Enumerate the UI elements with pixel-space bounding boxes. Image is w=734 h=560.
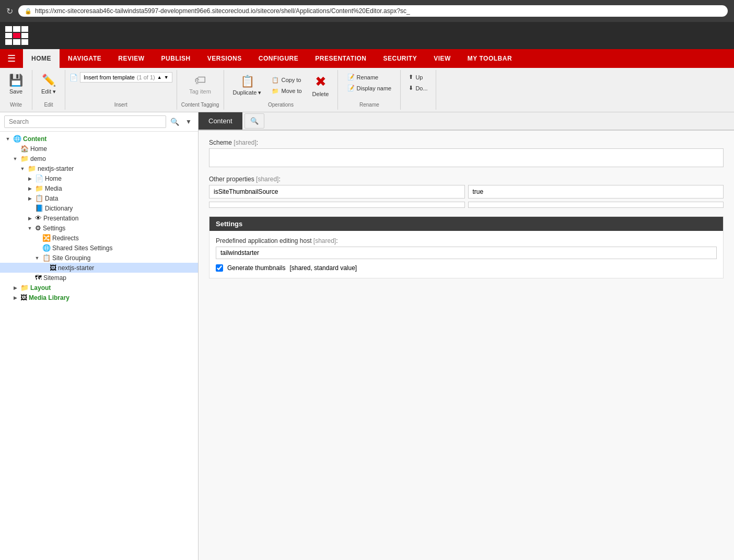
demo-icon: 📁 [20, 155, 29, 162]
sort-up-label: Up [415, 74, 423, 80]
ribbon-group-operations: 📋 Duplicate ▾ 📋 Copy to 📁 Move to ✖ Dele… [224, 70, 339, 110]
toggle-nextjs-starter[interactable]: ▼ [19, 165, 26, 172]
hamburger-menu[interactable]: ☰ [0, 49, 23, 68]
toggle-data[interactable]: ▶ [26, 195, 33, 202]
tree-item-nextjs-starter[interactable]: ▼ 📁 nextjs-starter [0, 164, 198, 173]
settings-header: Settings [209, 217, 723, 231]
prop-val-2[interactable] [468, 202, 724, 208]
copy-to-button[interactable]: 📋 Copy to [268, 75, 305, 85]
sort-down-button[interactable]: ⬇ Do... [405, 83, 431, 93]
sorting-col: ⬆ Up ⬇ Do... [405, 72, 431, 108]
insert-from-template-dropdown[interactable]: Insert from template (1 of 1) ▲ ▼ [80, 72, 172, 83]
tree-item-shared-sites-settings[interactable]: 🌐 Shared Sites Settings [0, 243, 198, 253]
content-search-button[interactable]: 🔍 [244, 113, 264, 129]
delete-icon: ✖ [315, 74, 327, 90]
logo-cell-5 [13, 33, 20, 39]
tree-item-media-library[interactable]: ▶ 🖼 Media Library [0, 293, 198, 302]
content-tab-label: Content [208, 117, 232, 125]
toggle-content[interactable]: ▼ [4, 135, 11, 143]
tab-navigate[interactable]: NAVIGATE [60, 49, 110, 68]
tag-item-button[interactable]: 🏷 Tag item [184, 72, 216, 96]
insert-arrow-up: ▲ [157, 75, 162, 80]
tree-item-redirects[interactable]: 🔀 Redirects [0, 233, 198, 243]
prop-key-2[interactable] [209, 202, 465, 208]
tab-home[interactable]: HOME [23, 49, 60, 68]
tab-review[interactable]: REVIEW [110, 49, 153, 68]
tree-item-home[interactable]: ▶ 📄 Home [0, 173, 198, 183]
tree-item-data[interactable]: ▶ 📋 Data [0, 193, 198, 203]
logo-cell-7 [5, 39, 12, 45]
toggle-media-library[interactable]: ▶ [11, 294, 19, 301]
other-properties-shared: [shared] [256, 176, 278, 183]
toggle-home[interactable]: ▶ [26, 175, 33, 182]
tree-item-presentation[interactable]: ▶ 👁 Presentation [0, 213, 198, 223]
toggle-demo[interactable]: ▼ [11, 155, 19, 162]
tree-item-media[interactable]: ▶ 📁 Media [0, 183, 198, 193]
save-label: Save [9, 88, 22, 95]
toggle-site-grouping[interactable]: ▼ [33, 254, 41, 262]
delete-button[interactable]: ✖ Delete [308, 72, 334, 99]
predefined-host-input[interactable] [216, 247, 717, 259]
ribbon-group-insert: 📄 Insert from template (1 of 1) ▲ ▼ Inse… [65, 70, 177, 110]
insert-count: (1 of 1) [137, 74, 155, 80]
app-header [0, 22, 734, 49]
toggle-media[interactable]: ▶ [26, 185, 33, 192]
settings-section: Settings Predefined application editing … [209, 216, 724, 278]
tree-item-settings[interactable]: ▼ ⚙ Settings [0, 223, 198, 233]
toggle-settings[interactable]: ▼ [26, 225, 33, 232]
generate-thumbnails-suffix: [shared, standard value] [289, 264, 357, 272]
demo-label: demo [30, 155, 46, 162]
copy-to-icon: 📋 [272, 77, 279, 84]
prop-key-1: isSiteThumbnailSource [209, 185, 465, 199]
search-input[interactable] [4, 115, 166, 128]
tab-view[interactable]: VIEW [425, 49, 459, 68]
predefined-host-shared: [shared] [313, 237, 336, 244]
scheme-section: Scheme [shared]: [209, 139, 724, 167]
tab-configure[interactable]: CONFIGURE [250, 49, 307, 68]
sort-up-button[interactable]: ⬆ Up [405, 72, 431, 82]
sidebar: 🔍 ▼ ▼ 🌐 Content 🏠 Home ▼ 📁 demo [0, 112, 199, 560]
tree-item-nextjs-starter-leaf[interactable]: 🖼 nextjs-starter [0, 263, 198, 273]
generate-thumbnails-checkbox[interactable] [216, 264, 223, 272]
sitemap-label: Sitemap [43, 274, 66, 282]
shared-sites-label: Shared Sites Settings [52, 244, 112, 252]
display-name-button[interactable]: 📝 Display name [344, 83, 395, 93]
search-dropdown-button[interactable]: ▼ [183, 117, 194, 126]
scheme-field[interactable] [209, 148, 724, 167]
tree-item-demo[interactable]: ▼ 📁 demo [0, 154, 198, 164]
edit-button[interactable]: ✏️ Edit ▾ [37, 72, 61, 97]
url-text: https://xmc-sitecoresaab46c-tailwindsta5… [35, 7, 410, 15]
edit-label: Edit ▾ [41, 88, 56, 95]
save-icon: 💾 [9, 74, 23, 87]
tree-item-content[interactable]: ▼ 🌐 Content [0, 134, 198, 144]
tree-item-dictionary[interactable]: 📘 Dictionary [0, 203, 198, 213]
tab-presentation[interactable]: PRESENTATION [307, 49, 375, 68]
move-to-button[interactable]: 📁 Move to [268, 86, 305, 96]
move-to-label: Move to [281, 88, 301, 94]
sitecore-logo [5, 26, 28, 45]
duplicate-button[interactable]: 📋 Duplicate ▾ [228, 73, 266, 98]
sort-down-label: Do... [415, 85, 427, 91]
media-library-label: Media Library [29, 294, 69, 301]
generate-thumbnails-row: Generate thumbnails [shared, standard va… [216, 264, 717, 272]
tab-security[interactable]: SECURITY [375, 49, 426, 68]
content-tree: ▼ 🌐 Content 🏠 Home ▼ 📁 demo ▼ 📁 nextjs-s… [0, 132, 198, 560]
tree-item-home-top[interactable]: 🏠 Home [0, 144, 198, 154]
search-button[interactable]: 🔍 [168, 116, 181, 127]
tab-versions[interactable]: VERSIONS [199, 49, 250, 68]
tree-item-layout[interactable]: ▶ 📁 Layout [0, 283, 198, 293]
rename-button[interactable]: 📝 Rename [344, 72, 395, 82]
tree-item-site-grouping[interactable]: ▼ 📋 Site Grouping [0, 253, 198, 263]
save-button[interactable]: 💾 Save [4, 72, 28, 96]
tab-content[interactable]: Content [199, 112, 242, 130]
address-bar[interactable]: 🔒 https://xmc-sitecoresaab46c-tailwindst… [18, 5, 728, 17]
content-label: Content [23, 135, 46, 143]
tree-item-sitemap[interactable]: 🗺 Sitemap [0, 273, 198, 283]
tab-publish[interactable]: PUBLISH [153, 49, 199, 68]
rename-label: Rename [357, 74, 379, 80]
tab-my-toolbar[interactable]: MY TOOLBAR [459, 49, 520, 68]
toggle-presentation[interactable]: ▶ [26, 215, 33, 222]
toggle-layout[interactable]: ▶ [11, 284, 19, 291]
copy-to-label: Copy to [281, 77, 301, 83]
refresh-icon[interactable]: ↻ [6, 6, 13, 16]
